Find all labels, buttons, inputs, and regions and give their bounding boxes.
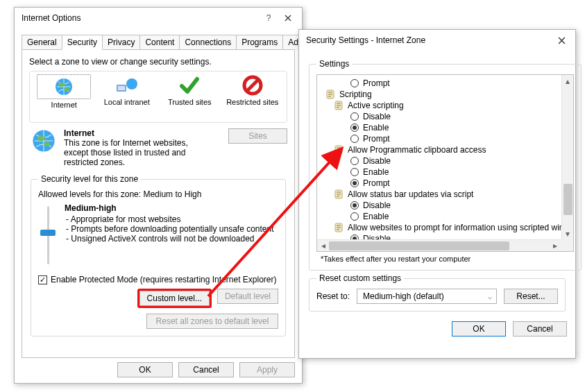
button-label: Default level bbox=[225, 291, 271, 301]
setting-category: Scripting bbox=[320, 89, 573, 100]
close-icon[interactable] bbox=[278, 10, 298, 26]
apply-button[interactable]: Apply bbox=[239, 362, 295, 377]
option-label: Enable bbox=[363, 211, 389, 222]
horizontal-scrollbar[interactable]: ◂ ▸ bbox=[317, 239, 561, 251]
tab-label: Content bbox=[145, 37, 174, 47]
setting-option[interactable]: Prompt bbox=[320, 178, 573, 189]
protected-mode-checkbox[interactable]: ✓ Enable Protected Mode (requires restar… bbox=[38, 275, 278, 284]
internet-options-title: Internet Options bbox=[22, 13, 259, 23]
checkbox-icon: ✓ bbox=[38, 275, 47, 284]
security-settings-title: Security Settings - Internet Zone bbox=[306, 35, 552, 45]
security-level-slider[interactable] bbox=[38, 203, 58, 269]
tab-general[interactable]: General bbox=[22, 35, 62, 50]
tab-security[interactable]: Security bbox=[62, 35, 103, 50]
reset-to-label: Reset to: bbox=[316, 291, 350, 301]
radio-icon bbox=[350, 112, 359, 121]
checkbox-label: Enable Protected Mode (requires restarti… bbox=[51, 275, 277, 284]
vertical-scrollbar[interactable]: ▴ ▾ bbox=[561, 75, 573, 239]
setting-option[interactable]: Enable bbox=[320, 122, 573, 133]
group-title: Settings bbox=[316, 59, 352, 69]
scroll-left-icon[interactable]: ◂ bbox=[317, 240, 329, 251]
close-icon[interactable] bbox=[552, 33, 571, 48]
subcategory-label: Active scripting bbox=[348, 100, 404, 111]
scroll-down-icon[interactable]: ▾ bbox=[562, 228, 573, 239]
setting-subcategory: Active scripting bbox=[320, 100, 573, 111]
setting-option[interactable]: Prompt bbox=[320, 133, 573, 144]
button-label: Sites bbox=[248, 131, 267, 141]
scroll-right-icon[interactable]: ▸ bbox=[550, 240, 561, 251]
reset-to-select[interactable]: Medium-high (default) ⌵ bbox=[357, 289, 497, 304]
setting-option[interactable]: Disable bbox=[320, 155, 573, 167]
zone-local-intranet[interactable]: Local intranet bbox=[100, 74, 154, 106]
setting-option[interactable]: Enable bbox=[320, 167, 573, 178]
level-bullet: Appropriate for most websites bbox=[66, 214, 274, 224]
svg-rect-4 bbox=[118, 86, 125, 90]
setting-option[interactable]: Enable bbox=[320, 211, 573, 222]
setting-option[interactable]: Prompt bbox=[320, 78, 573, 89]
button-label: Reset... bbox=[516, 291, 545, 301]
checkmark-icon bbox=[162, 74, 217, 96]
zone-prompt: Select a zone to view or change security… bbox=[29, 57, 287, 67]
reset-button[interactable]: Reset... bbox=[504, 289, 558, 304]
zone-label: Restricted sites bbox=[226, 98, 280, 106]
tab-content[interactable]: Content bbox=[139, 35, 180, 50]
setting-subcategory: Allow Programmatic clipboard access bbox=[320, 144, 573, 155]
settings-group: Settings PromptScriptingActive scripting… bbox=[309, 59, 582, 271]
cancel-button[interactable]: Cancel bbox=[178, 362, 234, 377]
tab-privacy[interactable]: Privacy bbox=[102, 35, 140, 50]
intranet-icon bbox=[100, 74, 154, 96]
option-label: Enable bbox=[363, 167, 389, 178]
button-label: Custom level... bbox=[147, 293, 202, 303]
internet-options-window: Internet Options ? General Security Priv… bbox=[14, 7, 303, 384]
default-level-button[interactable]: Default level bbox=[217, 289, 278, 304]
settings-tree[interactable]: PromptScriptingActive scriptingDisableEn… bbox=[316, 74, 574, 252]
subcategory-label: Allow Programmatic clipboard access bbox=[348, 144, 486, 155]
radio-icon bbox=[350, 123, 359, 132]
svg-point-1 bbox=[58, 83, 65, 87]
setting-option[interactable]: Disable bbox=[320, 200, 573, 211]
radio-icon bbox=[350, 212, 359, 221]
svg-point-10 bbox=[44, 142, 51, 146]
radio-icon bbox=[350, 157, 359, 165]
reset-group: Reset custom settings Reset to: Medium-h… bbox=[309, 273, 566, 312]
svg-point-2 bbox=[64, 88, 69, 92]
zone-internet[interactable]: Internet bbox=[37, 74, 91, 109]
custom-level-button[interactable]: Custom level... bbox=[139, 291, 210, 306]
prohibited-icon bbox=[226, 74, 280, 96]
button-label: Apply bbox=[257, 365, 278, 375]
tab-label: Security bbox=[67, 37, 97, 47]
sites-button[interactable]: Sites bbox=[228, 128, 287, 144]
level-bullet: Prompts before downloading potentially u… bbox=[66, 224, 274, 234]
restart-note: *Takes effect after you restart your com… bbox=[321, 255, 574, 263]
category-label: Scripting bbox=[339, 89, 372, 100]
internet-options-titlebar: Internet Options ? bbox=[15, 8, 302, 28]
ok-button[interactable]: OK bbox=[452, 321, 506, 336]
setting-option[interactable]: Disable bbox=[320, 111, 573, 122]
radio-icon bbox=[350, 201, 359, 210]
svg-point-9 bbox=[37, 136, 45, 141]
zone-restricted-sites[interactable]: Restricted sites bbox=[226, 74, 280, 106]
button-label: OK bbox=[139, 365, 151, 375]
security-level-group: Security level for this zone Allowed lev… bbox=[31, 174, 286, 336]
radio-icon bbox=[350, 179, 359, 187]
button-label: Cancel bbox=[527, 324, 552, 334]
ok-button[interactable]: OK bbox=[117, 362, 173, 377]
tab-strip: General Security Privacy Content Connect… bbox=[22, 34, 295, 49]
reset-all-zones-button[interactable]: Reset all zones to default level bbox=[146, 314, 278, 329]
option-label: Prompt bbox=[363, 178, 390, 189]
level-description: Medium-high Appropriate for most website… bbox=[65, 203, 274, 269]
tab-connections[interactable]: Connections bbox=[179, 35, 237, 50]
globe-icon bbox=[42, 76, 86, 98]
scroll-up-icon[interactable]: ▴ bbox=[562, 75, 573, 87]
cancel-button[interactable]: Cancel bbox=[513, 321, 567, 336]
option-label: Prompt bbox=[363, 133, 390, 144]
zone-trusted-sites[interactable]: Trusted sites bbox=[162, 74, 217, 106]
security-settings-window: Security Settings - Internet Zone Settin… bbox=[298, 29, 576, 359]
level-bullet: Unsigned ActiveX controls will not be do… bbox=[66, 234, 274, 244]
zone-name: Internet bbox=[64, 128, 219, 138]
option-label: Disable bbox=[363, 200, 391, 211]
tab-programs[interactable]: Programs bbox=[236, 35, 283, 50]
button-label: Reset all zones to default level bbox=[156, 316, 269, 326]
help-icon[interactable]: ? bbox=[259, 10, 278, 26]
option-label: Disable bbox=[363, 111, 391, 122]
